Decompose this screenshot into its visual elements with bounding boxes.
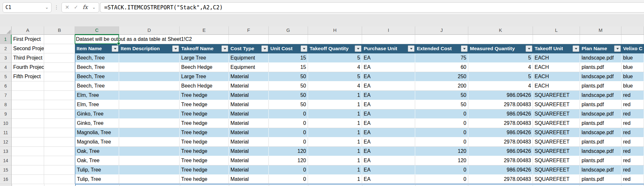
cell-A8[interactable] bbox=[12, 100, 44, 109]
cell-N3[interactable]: blue bbox=[621, 53, 644, 63]
cell-N8[interactable]: red bbox=[621, 100, 644, 109]
cell-K17-partial[interactable] bbox=[468, 184, 533, 186]
cell-F5[interactable]: Material bbox=[229, 72, 269, 81]
cell-G9[interactable]: 0 bbox=[269, 109, 308, 119]
name-box[interactable]: C1 ⌄ bbox=[3, 2, 51, 13]
cell-A3[interactable]: Third Project bbox=[12, 53, 44, 63]
cell-D14[interactable] bbox=[119, 156, 180, 165]
row-header-1[interactable]: 1 bbox=[0, 35, 12, 44]
cell-G11[interactable]: 0 bbox=[269, 128, 308, 137]
cell-B11[interactable] bbox=[44, 128, 75, 137]
cell-G1[interactable] bbox=[269, 35, 308, 44]
cell-M13[interactable]: landscape.pdf bbox=[580, 147, 621, 156]
cell-D11[interactable] bbox=[119, 128, 180, 137]
cell-J15[interactable]: 0 bbox=[415, 165, 468, 175]
cell-K8[interactable]: 2978.00483 bbox=[468, 100, 533, 109]
cell-H5[interactable]: 5 bbox=[308, 72, 362, 81]
column-header-A[interactable]: A bbox=[12, 26, 44, 35]
cell-G15[interactable]: 0 bbox=[269, 165, 308, 175]
cell-K1[interactable] bbox=[468, 35, 533, 44]
cell-B16[interactable] bbox=[44, 175, 75, 184]
cell-N17-partial[interactable] bbox=[621, 184, 644, 186]
filter-dropdown-button[interactable] bbox=[355, 45, 361, 52]
filter-dropdown-button[interactable] bbox=[408, 45, 415, 52]
filter-dropdown-button[interactable] bbox=[261, 45, 268, 52]
cell-A15[interactable] bbox=[12, 165, 44, 175]
cell-D17-partial[interactable] bbox=[120, 184, 180, 186]
cell-M14[interactable]: plants.pdf bbox=[580, 156, 621, 165]
cell-I12[interactable]: EA bbox=[362, 137, 415, 147]
cell-H12[interactable]: 1 bbox=[308, 137, 362, 147]
cell-C8[interactable]: Elm, Tree bbox=[75, 100, 119, 109]
cell-F7[interactable]: Material bbox=[229, 91, 269, 100]
cell-E14[interactable]: Tree hedge bbox=[180, 156, 229, 165]
cell-M4[interactable]: plants.pdf bbox=[580, 63, 621, 72]
column-header-H[interactable]: H bbox=[308, 26, 362, 35]
cell-N11[interactable]: red bbox=[621, 128, 644, 137]
row-header-13[interactable]: 13 bbox=[0, 147, 12, 156]
cell-I10[interactable]: EA bbox=[362, 119, 415, 128]
cell-B7[interactable] bbox=[44, 91, 75, 100]
cell-H14[interactable]: 1 bbox=[308, 156, 362, 165]
cell-D16[interactable] bbox=[119, 175, 180, 184]
cell-N10[interactable]: red bbox=[621, 119, 644, 128]
chevron-down-icon[interactable]: ⌄ bbox=[45, 5, 49, 9]
cell-K5[interactable]: 5 bbox=[468, 72, 533, 81]
table-header-plan-name[interactable]: Plan Name bbox=[580, 44, 621, 53]
cell-G17-partial[interactable] bbox=[269, 184, 308, 186]
cell-E10[interactable]: Tree hedge bbox=[180, 119, 229, 128]
cell-I13[interactable]: EA bbox=[362, 147, 415, 156]
cell-A14[interactable] bbox=[12, 156, 44, 165]
cell-E9[interactable]: Tree hedge bbox=[180, 109, 229, 119]
table-header-takeoff-quantity[interactable]: Takeoff Quantity bbox=[308, 44, 362, 53]
cell-M7[interactable]: landscape.pdf bbox=[580, 91, 621, 100]
cell-E8[interactable]: Tree hedge bbox=[180, 100, 229, 109]
cell-I17-partial[interactable] bbox=[362, 184, 415, 186]
cell-N14[interactable]: red bbox=[621, 156, 644, 165]
select-all-corner[interactable] bbox=[0, 26, 12, 35]
column-header-K[interactable]: K bbox=[468, 26, 533, 35]
column-header-B[interactable]: B bbox=[44, 26, 75, 35]
filter-dropdown-button[interactable] bbox=[461, 45, 468, 52]
cell-D9[interactable] bbox=[119, 109, 180, 119]
cell-L16[interactable]: SQUAREFEET bbox=[533, 175, 580, 184]
cell-M10[interactable]: plants.pdf bbox=[580, 119, 621, 128]
cell-L4[interactable]: EACH bbox=[533, 63, 580, 72]
row-header-4[interactable]: 4 bbox=[0, 63, 12, 72]
insert-function-icon[interactable]: fx bbox=[83, 5, 88, 10]
cell-B13[interactable] bbox=[44, 147, 75, 156]
row-header-8[interactable]: 8 bbox=[0, 100, 12, 109]
filter-dropdown-button[interactable] bbox=[221, 45, 228, 52]
cancel-icon[interactable]: ✕ bbox=[65, 5, 69, 10]
cell-B5[interactable] bbox=[44, 72, 75, 81]
cell-E13[interactable]: Tree hedge bbox=[180, 147, 229, 156]
cell-F12[interactable]: Material bbox=[229, 137, 269, 147]
cell-N13[interactable]: red bbox=[621, 147, 644, 156]
cell-I15[interactable]: EA bbox=[362, 165, 415, 175]
table-header-cost-type[interactable]: Cost Type bbox=[229, 44, 269, 53]
cell-N7[interactable]: red bbox=[621, 91, 644, 100]
cell-L3[interactable]: EACH bbox=[533, 53, 580, 63]
cell-C6[interactable]: Beech, Tree bbox=[75, 81, 119, 91]
formula-input[interactable]: =STACK.ITEMCOSTREPORT("Stack",A2,C2) bbox=[100, 2, 644, 13]
cell-J10[interactable]: 0 bbox=[415, 119, 468, 128]
cell-E17-partial[interactable] bbox=[180, 184, 229, 186]
cell-H3[interactable]: 5 bbox=[308, 53, 362, 63]
cell-D4[interactable] bbox=[119, 63, 180, 72]
column-header-J[interactable]: J bbox=[415, 26, 468, 35]
cell-F6[interactable]: Material bbox=[229, 81, 269, 91]
column-header-L[interactable]: L bbox=[533, 26, 580, 35]
cell-M17-partial[interactable] bbox=[580, 184, 621, 186]
cell-C12[interactable]: Magnolia, Tree bbox=[75, 137, 119, 147]
cell-A16[interactable] bbox=[12, 175, 44, 184]
cell-J3[interactable]: 75 bbox=[415, 53, 468, 63]
cell-M6[interactable]: plants.pdf bbox=[580, 81, 621, 91]
table-header-item-name[interactable]: Item Name bbox=[75, 44, 119, 53]
cell-H11[interactable]: 1 bbox=[308, 128, 362, 137]
cell-N15[interactable]: red bbox=[621, 165, 644, 175]
cell-C3[interactable]: Beech, Tree bbox=[75, 53, 119, 63]
cell-B2[interactable] bbox=[44, 44, 75, 53]
table-header-measured-quantity[interactable]: Measured Quantity bbox=[468, 44, 533, 53]
cell-D3[interactable] bbox=[119, 53, 180, 63]
cell-N6[interactable]: blue bbox=[621, 81, 644, 91]
